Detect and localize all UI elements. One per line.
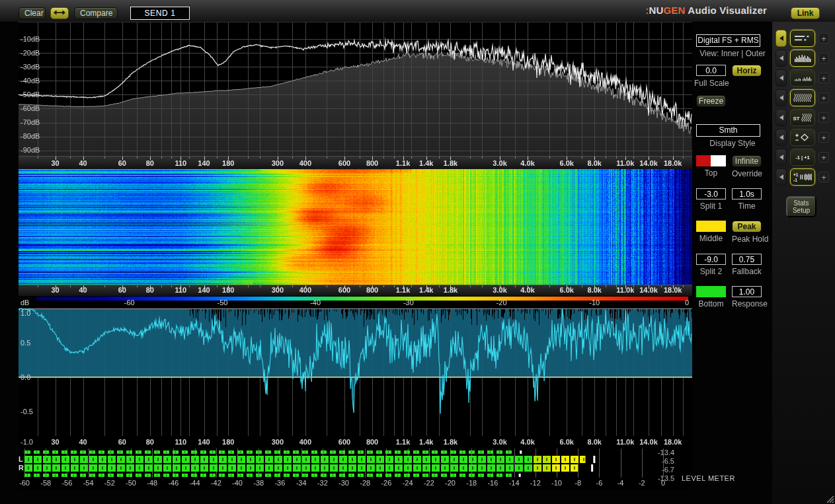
waveform-history-icon (791, 92, 814, 104)
spectrogram-display[interactable] (19, 169, 692, 285)
svg-text:-1 | +1: -1 | +1 (795, 155, 810, 161)
display-options-add-button[interactable]: + (818, 33, 829, 44)
view-mode-label: View: Inner | Outer (693, 49, 772, 58)
override-label: Override (732, 169, 762, 178)
panel-row-bottom: Bottom 1.00 Response (693, 286, 772, 308)
compare-button[interactable]: Compare (74, 7, 118, 19)
spectrum-analyzer-icon (791, 52, 814, 64)
time-label: Time (732, 201, 762, 211)
panel-row-top: Top Infinite Override (693, 155, 772, 178)
window-resize-grip[interactable] (824, 493, 834, 503)
link-button[interactable]: Link (791, 7, 820, 19)
left-right-arrows-icon (53, 9, 66, 18)
display-mode-select[interactable]: Digital FS + RMS (696, 34, 760, 47)
waveform-history-expand-button[interactable] (775, 89, 787, 106)
nugen-logo: :NUGEN Audio Visualizer (645, 5, 767, 16)
left-triangle-icon (779, 36, 783, 41)
tool-strip: ++++ST++-1 | +1++1-1+StatsSetup (772, 22, 835, 504)
stereo-waveform-expand-button[interactable] (775, 109, 787, 126)
vectorscope-row: + (775, 129, 835, 146)
spectrum-analyzer-expand-button[interactable] (775, 50, 787, 67)
display-style-label: Display Style (693, 139, 772, 148)
frequency-axis-middle (19, 285, 692, 296)
split2-label: Split 2 (696, 267, 726, 276)
spectrogram-toggle-button[interactable] (790, 69, 815, 87)
correlation-meter-add-button[interactable]: + (818, 152, 829, 162)
stereo-waveform-icon: ST (791, 112, 814, 124)
vectorscope-add-button[interactable]: + (818, 132, 829, 143)
readout-r-peak: -6.7 (620, 466, 674, 474)
top-toolbar: Clear Compare SEND 1 :NUGEN Audio Visual… (0, 0, 835, 22)
top-label: Top (696, 168, 726, 178)
waveform-history-add-button[interactable]: + (818, 92, 829, 103)
response-label: Response (732, 299, 762, 308)
clear-button[interactable]: Clear (19, 7, 46, 19)
left-triangle-icon (779, 174, 783, 180)
spectrogram-expand-button[interactable] (775, 69, 787, 87)
left-triangle-icon (779, 115, 783, 120)
svg-text:-1: -1 (793, 178, 797, 182)
stereo-correlation-display[interactable] (19, 306, 692, 447)
vectorscope-icon (791, 131, 814, 143)
level-meter-readouts: -13.4 -6.5 -6.7 -13.5 (620, 449, 674, 483)
display-area (19, 22, 692, 489)
stats-setup-button[interactable]: StatsSetup (786, 196, 816, 217)
display-style-select[interactable]: Smth (696, 124, 760, 137)
level-meter-expand-button[interactable] (775, 168, 787, 186)
spectrogram-row: + (775, 69, 835, 87)
top-color-swatch[interactable] (696, 155, 726, 166)
send-slot-field[interactable]: SEND 1 (130, 7, 190, 20)
split1-field[interactable]: -3.0 (696, 188, 726, 199)
spectrogram-add-button[interactable]: + (818, 73, 829, 83)
full-scale-label: Full Scale (693, 79, 772, 88)
spectrum-analyzer-add-button[interactable]: + (818, 53, 829, 63)
correlation-meter-toggle-button[interactable]: -1 | +1 (790, 149, 815, 166)
display-options-expand-button[interactable] (775, 30, 787, 47)
peak-hold-label: Peak Hold (732, 234, 762, 244)
level-meter-toggle-button[interactable]: +1-1 (790, 168, 815, 186)
display-options-toggle-button[interactable] (790, 30, 815, 47)
bottom-color-swatch[interactable] (696, 286, 726, 297)
readout-l-peak: -6.5 (620, 457, 674, 466)
correlation-meter-expand-button[interactable] (775, 149, 787, 166)
level-meter-display[interactable] (19, 447, 692, 489)
svg-text:+1: +1 (793, 172, 799, 177)
split1-label: Split 1 (696, 201, 726, 211)
horizontal-flip-button[interactable] (50, 7, 69, 19)
vectorscope-toggle-button[interactable] (790, 129, 815, 146)
peak-hold-button[interactable]: Peak (732, 221, 762, 233)
display-options-icon (791, 32, 814, 44)
bottom-label: Bottom (696, 299, 726, 308)
spectrum-analyzer-row: + (775, 50, 835, 67)
stereo-waveform-add-button[interactable]: + (818, 112, 829, 123)
fallback-field[interactable]: 0.75 (732, 254, 762, 265)
readout-l-rms: -13.4 (620, 449, 674, 457)
level-meter-icon: +1-1 (791, 171, 814, 183)
spectrogram-icon (791, 72, 814, 84)
spectrum-analyzer-toggle-button[interactable] (790, 50, 815, 67)
panel-row-split2: -9.0 Split 2 0.75 Fallback (693, 254, 772, 276)
level-meter-add-button[interactable]: + (818, 172, 829, 182)
level-meter-row: +1-1+ (775, 168, 835, 186)
left-triangle-icon (779, 135, 783, 140)
left-triangle-icon (779, 155, 783, 160)
spectrum-analyzer-display[interactable] (19, 22, 692, 156)
readout-r-rms: -13.5 (620, 474, 674, 483)
full-scale-field[interactable]: 0.0 (696, 65, 726, 76)
nugen-visualizer-window: Clear Compare SEND 1 :NUGEN Audio Visual… (0, 0, 835, 504)
vectorscope-expand-button[interactable] (775, 129, 787, 146)
split2-field[interactable]: -9.0 (696, 254, 726, 265)
spectrogram-color-scale (19, 296, 692, 306)
correlation-meter-icon: -1 | +1 (791, 151, 814, 163)
response-field[interactable]: 1.00 (732, 286, 762, 297)
infinite-button[interactable]: Infinite (732, 155, 762, 167)
stereo-waveform-toggle-button[interactable]: ST (790, 109, 815, 126)
freeze-button[interactable]: Freeze (696, 95, 726, 107)
control-panel: Digital FS + RMS View: Inner | Outer 0.0… (693, 22, 772, 504)
middle-color-swatch[interactable] (696, 221, 726, 232)
horiz-button[interactable]: Horiz (732, 65, 762, 77)
left-triangle-icon (779, 95, 783, 100)
time-field[interactable]: 1.0s (732, 188, 762, 199)
panel-row-middle: Middle Peak Peak Hold (693, 221, 772, 244)
waveform-history-toggle-button[interactable] (790, 89, 815, 106)
